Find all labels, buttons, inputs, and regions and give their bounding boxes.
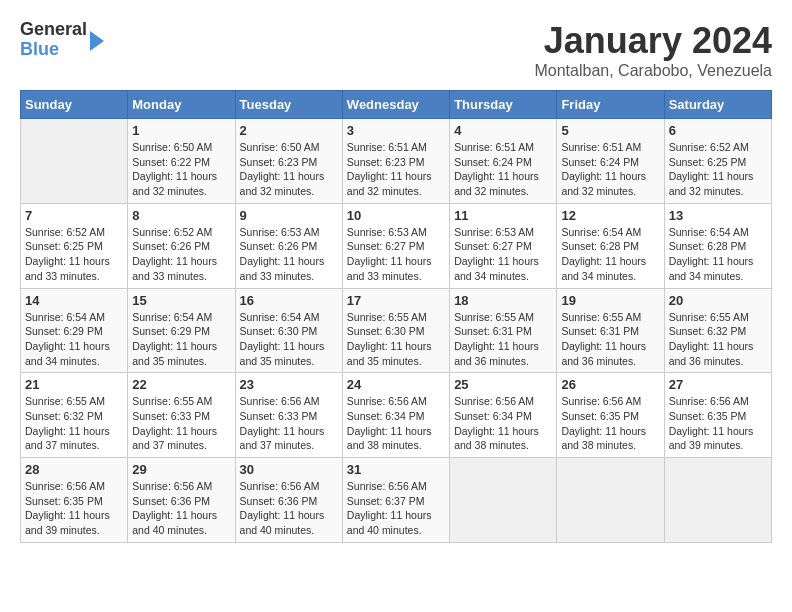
day-info: Sunrise: 6:55 AMSunset: 6:31 PMDaylight:… (561, 310, 659, 369)
calendar-cell: 24Sunrise: 6:56 AMSunset: 6:34 PMDayligh… (342, 373, 449, 458)
day-number: 10 (347, 208, 445, 223)
day-info: Sunrise: 6:52 AMSunset: 6:25 PMDaylight:… (25, 225, 123, 284)
day-info: Sunrise: 6:54 AMSunset: 6:29 PMDaylight:… (132, 310, 230, 369)
day-info: Sunrise: 6:54 AMSunset: 6:29 PMDaylight:… (25, 310, 123, 369)
logo-general: General (20, 20, 87, 40)
week-row-5: 28Sunrise: 6:56 AMSunset: 6:35 PMDayligh… (21, 458, 772, 543)
day-number: 5 (561, 123, 659, 138)
calendar-cell: 4Sunrise: 6:51 AMSunset: 6:24 PMDaylight… (450, 119, 557, 204)
day-info: Sunrise: 6:54 AMSunset: 6:28 PMDaylight:… (669, 225, 767, 284)
calendar-cell (21, 119, 128, 204)
day-info: Sunrise: 6:56 AMSunset: 6:37 PMDaylight:… (347, 479, 445, 538)
day-number: 28 (25, 462, 123, 477)
day-info: Sunrise: 6:55 AMSunset: 6:30 PMDaylight:… (347, 310, 445, 369)
day-number: 4 (454, 123, 552, 138)
day-number: 6 (669, 123, 767, 138)
calendar-cell: 7Sunrise: 6:52 AMSunset: 6:25 PMDaylight… (21, 203, 128, 288)
day-number: 13 (669, 208, 767, 223)
day-info: Sunrise: 6:56 AMSunset: 6:36 PMDaylight:… (132, 479, 230, 538)
title-area: January 2024 Montalban, Carabobo, Venezu… (534, 20, 772, 80)
day-info: Sunrise: 6:52 AMSunset: 6:26 PMDaylight:… (132, 225, 230, 284)
calendar-cell (557, 458, 664, 543)
day-number: 31 (347, 462, 445, 477)
location-subtitle: Montalban, Carabobo, Venezuela (534, 62, 772, 80)
day-info: Sunrise: 6:52 AMSunset: 6:25 PMDaylight:… (669, 140, 767, 199)
calendar-cell: 15Sunrise: 6:54 AMSunset: 6:29 PMDayligh… (128, 288, 235, 373)
day-number: 9 (240, 208, 338, 223)
day-number: 26 (561, 377, 659, 392)
calendar-cell: 2Sunrise: 6:50 AMSunset: 6:23 PMDaylight… (235, 119, 342, 204)
header-saturday: Saturday (664, 91, 771, 119)
header-monday: Monday (128, 91, 235, 119)
day-number: 3 (347, 123, 445, 138)
day-info: Sunrise: 6:56 AMSunset: 6:34 PMDaylight:… (454, 394, 552, 453)
calendar-cell: 10Sunrise: 6:53 AMSunset: 6:27 PMDayligh… (342, 203, 449, 288)
day-info: Sunrise: 6:50 AMSunset: 6:22 PMDaylight:… (132, 140, 230, 199)
header-thursday: Thursday (450, 91, 557, 119)
day-number: 14 (25, 293, 123, 308)
calendar-cell: 18Sunrise: 6:55 AMSunset: 6:31 PMDayligh… (450, 288, 557, 373)
day-info: Sunrise: 6:51 AMSunset: 6:23 PMDaylight:… (347, 140, 445, 199)
day-info: Sunrise: 6:56 AMSunset: 6:34 PMDaylight:… (347, 394, 445, 453)
calendar-body: 1Sunrise: 6:50 AMSunset: 6:22 PMDaylight… (21, 119, 772, 543)
calendar-cell: 16Sunrise: 6:54 AMSunset: 6:30 PMDayligh… (235, 288, 342, 373)
header-wednesday: Wednesday (342, 91, 449, 119)
day-number: 21 (25, 377, 123, 392)
day-info: Sunrise: 6:54 AMSunset: 6:28 PMDaylight:… (561, 225, 659, 284)
logo: General Blue (20, 20, 104, 60)
calendar-cell: 3Sunrise: 6:51 AMSunset: 6:23 PMDaylight… (342, 119, 449, 204)
logo-blue: Blue (20, 40, 87, 60)
day-number: 15 (132, 293, 230, 308)
calendar-cell: 19Sunrise: 6:55 AMSunset: 6:31 PMDayligh… (557, 288, 664, 373)
calendar-cell: 6Sunrise: 6:52 AMSunset: 6:25 PMDaylight… (664, 119, 771, 204)
day-info: Sunrise: 6:53 AMSunset: 6:27 PMDaylight:… (347, 225, 445, 284)
calendar-cell: 17Sunrise: 6:55 AMSunset: 6:30 PMDayligh… (342, 288, 449, 373)
calendar-cell: 9Sunrise: 6:53 AMSunset: 6:26 PMDaylight… (235, 203, 342, 288)
day-number: 25 (454, 377, 552, 392)
day-info: Sunrise: 6:51 AMSunset: 6:24 PMDaylight:… (561, 140, 659, 199)
day-info: Sunrise: 6:51 AMSunset: 6:24 PMDaylight:… (454, 140, 552, 199)
calendar-cell: 25Sunrise: 6:56 AMSunset: 6:34 PMDayligh… (450, 373, 557, 458)
calendar-header: SundayMondayTuesdayWednesdayThursdayFrid… (21, 91, 772, 119)
month-year-title: January 2024 (534, 20, 772, 62)
day-info: Sunrise: 6:56 AMSunset: 6:35 PMDaylight:… (561, 394, 659, 453)
day-number: 12 (561, 208, 659, 223)
week-row-3: 14Sunrise: 6:54 AMSunset: 6:29 PMDayligh… (21, 288, 772, 373)
calendar-cell: 14Sunrise: 6:54 AMSunset: 6:29 PMDayligh… (21, 288, 128, 373)
week-row-1: 1Sunrise: 6:50 AMSunset: 6:22 PMDaylight… (21, 119, 772, 204)
day-info: Sunrise: 6:55 AMSunset: 6:33 PMDaylight:… (132, 394, 230, 453)
calendar-cell: 29Sunrise: 6:56 AMSunset: 6:36 PMDayligh… (128, 458, 235, 543)
page-header: General Blue January 2024 Montalban, Car… (20, 20, 772, 80)
logo-arrow-icon (90, 31, 104, 51)
day-number: 24 (347, 377, 445, 392)
day-info: Sunrise: 6:55 AMSunset: 6:32 PMDaylight:… (669, 310, 767, 369)
day-info: Sunrise: 6:55 AMSunset: 6:32 PMDaylight:… (25, 394, 123, 453)
calendar-cell: 8Sunrise: 6:52 AMSunset: 6:26 PMDaylight… (128, 203, 235, 288)
week-row-4: 21Sunrise: 6:55 AMSunset: 6:32 PMDayligh… (21, 373, 772, 458)
calendar-table: SundayMondayTuesdayWednesdayThursdayFrid… (20, 90, 772, 543)
header-friday: Friday (557, 91, 664, 119)
calendar-cell: 27Sunrise: 6:56 AMSunset: 6:35 PMDayligh… (664, 373, 771, 458)
calendar-cell: 21Sunrise: 6:55 AMSunset: 6:32 PMDayligh… (21, 373, 128, 458)
day-number: 20 (669, 293, 767, 308)
day-number: 16 (240, 293, 338, 308)
week-row-2: 7Sunrise: 6:52 AMSunset: 6:25 PMDaylight… (21, 203, 772, 288)
logo-text: General Blue (20, 20, 87, 60)
calendar-cell: 1Sunrise: 6:50 AMSunset: 6:22 PMDaylight… (128, 119, 235, 204)
day-number: 8 (132, 208, 230, 223)
calendar-cell: 30Sunrise: 6:56 AMSunset: 6:36 PMDayligh… (235, 458, 342, 543)
calendar-cell: 13Sunrise: 6:54 AMSunset: 6:28 PMDayligh… (664, 203, 771, 288)
day-number: 7 (25, 208, 123, 223)
calendar-cell: 11Sunrise: 6:53 AMSunset: 6:27 PMDayligh… (450, 203, 557, 288)
day-number: 2 (240, 123, 338, 138)
day-info: Sunrise: 6:54 AMSunset: 6:30 PMDaylight:… (240, 310, 338, 369)
day-info: Sunrise: 6:56 AMSunset: 6:33 PMDaylight:… (240, 394, 338, 453)
calendar-cell (450, 458, 557, 543)
calendar-cell: 22Sunrise: 6:55 AMSunset: 6:33 PMDayligh… (128, 373, 235, 458)
calendar-cell (664, 458, 771, 543)
calendar-cell: 5Sunrise: 6:51 AMSunset: 6:24 PMDaylight… (557, 119, 664, 204)
day-number: 17 (347, 293, 445, 308)
calendar-cell: 28Sunrise: 6:56 AMSunset: 6:35 PMDayligh… (21, 458, 128, 543)
calendar-cell: 31Sunrise: 6:56 AMSunset: 6:37 PMDayligh… (342, 458, 449, 543)
day-number: 23 (240, 377, 338, 392)
